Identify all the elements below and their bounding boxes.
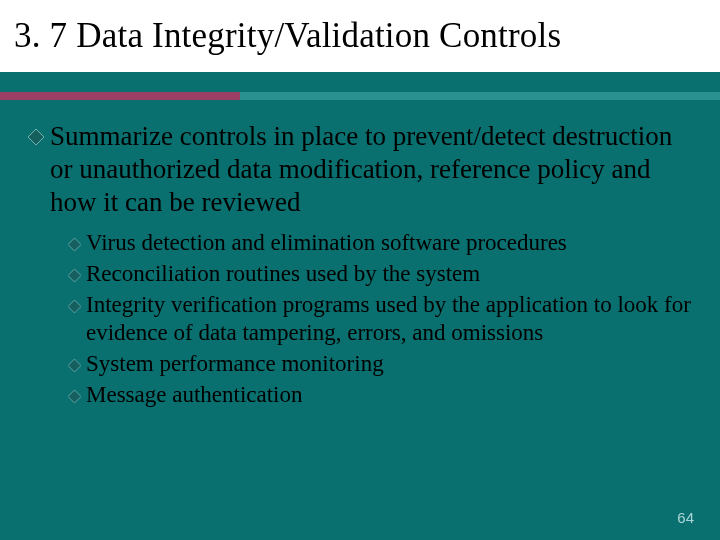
bullet-level2-text: Integrity verification programs used by … xyxy=(86,291,692,347)
divider-right xyxy=(240,92,720,100)
bullet-level2-text: Virus detection and elimination software… xyxy=(86,229,567,257)
diamond-bullet-icon xyxy=(68,299,81,317)
sub-bullet-list: Virus detection and elimination software… xyxy=(28,229,692,409)
content-area: Summarize controls in place to prevent/d… xyxy=(0,100,720,409)
bullet-level1: Summarize controls in place to prevent/d… xyxy=(28,120,692,219)
bullet-level2-text: System performance monitoring xyxy=(86,350,384,378)
page-number: 64 xyxy=(677,509,694,526)
diamond-bullet-icon xyxy=(28,129,44,149)
divider-rule xyxy=(0,92,720,100)
svg-marker-0 xyxy=(28,129,44,145)
diamond-bullet-icon xyxy=(68,358,81,376)
svg-marker-4 xyxy=(68,359,81,372)
slide-title: 3. 7 Data Integrity/Validation Controls xyxy=(14,16,561,56)
bullet-level2: System performance monitoring xyxy=(68,350,692,378)
bullet-level2: Message authentication xyxy=(68,381,692,409)
title-bar: 3. 7 Data Integrity/Validation Controls xyxy=(0,0,720,72)
svg-marker-1 xyxy=(68,238,81,251)
bullet-level2-text: Reconciliation routines used by the syst… xyxy=(86,260,480,288)
bullet-level2: Reconciliation routines used by the syst… xyxy=(68,260,692,288)
diamond-bullet-icon xyxy=(68,389,81,407)
svg-marker-2 xyxy=(68,269,81,282)
bullet-level2: Integrity verification programs used by … xyxy=(68,291,692,347)
divider-left xyxy=(0,92,240,100)
bullet-level2-text: Message authentication xyxy=(86,381,303,409)
diamond-bullet-icon xyxy=(68,268,81,286)
diamond-bullet-icon xyxy=(68,237,81,255)
bullet-level1-text: Summarize controls in place to prevent/d… xyxy=(50,120,692,219)
svg-marker-5 xyxy=(68,390,81,403)
bullet-level2: Virus detection and elimination software… xyxy=(68,229,692,257)
svg-marker-3 xyxy=(68,300,81,313)
